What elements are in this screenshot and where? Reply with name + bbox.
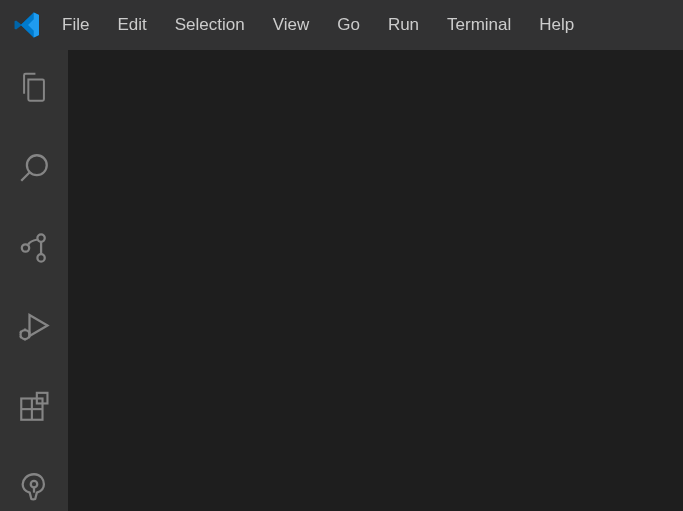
svg-point-2 xyxy=(37,234,44,241)
main-area xyxy=(0,50,683,511)
svg-point-3 xyxy=(22,244,29,251)
editor-area[interactable] xyxy=(68,50,683,511)
svg-line-7 xyxy=(20,332,22,333)
explorer-icon xyxy=(17,71,51,105)
source-control-button[interactable] xyxy=(10,224,58,272)
gitlens-button[interactable] xyxy=(10,463,58,511)
activity-bar xyxy=(0,50,68,511)
menu-bar: File Edit Selection View Go Run Terminal… xyxy=(48,7,588,43)
menu-go[interactable]: Go xyxy=(323,7,374,43)
run-debug-icon xyxy=(16,309,52,345)
search-button[interactable] xyxy=(10,144,58,192)
menu-view[interactable]: View xyxy=(259,7,324,43)
gitlens-icon xyxy=(17,470,51,504)
menu-help[interactable]: Help xyxy=(525,7,588,43)
svg-point-5 xyxy=(21,330,30,339)
title-bar: File Edit Selection View Go Run Terminal… xyxy=(0,0,683,50)
svg-point-16 xyxy=(31,481,38,488)
svg-line-10 xyxy=(29,337,31,338)
menu-edit[interactable]: Edit xyxy=(103,7,160,43)
search-icon xyxy=(17,151,51,185)
menu-selection[interactable]: Selection xyxy=(161,7,259,43)
vscode-logo-icon xyxy=(6,0,48,50)
svg-line-8 xyxy=(29,332,31,333)
explorer-button[interactable] xyxy=(10,64,58,112)
svg-line-1 xyxy=(21,172,30,181)
menu-run[interactable]: Run xyxy=(374,7,433,43)
extensions-icon xyxy=(17,390,51,424)
extensions-button[interactable] xyxy=(10,383,58,431)
source-control-icon xyxy=(17,231,51,265)
svg-point-4 xyxy=(37,254,44,261)
menu-file[interactable]: File xyxy=(48,7,103,43)
run-debug-button[interactable] xyxy=(10,303,58,351)
svg-line-9 xyxy=(20,337,22,338)
menu-terminal[interactable]: Terminal xyxy=(433,7,525,43)
svg-point-0 xyxy=(27,155,47,175)
